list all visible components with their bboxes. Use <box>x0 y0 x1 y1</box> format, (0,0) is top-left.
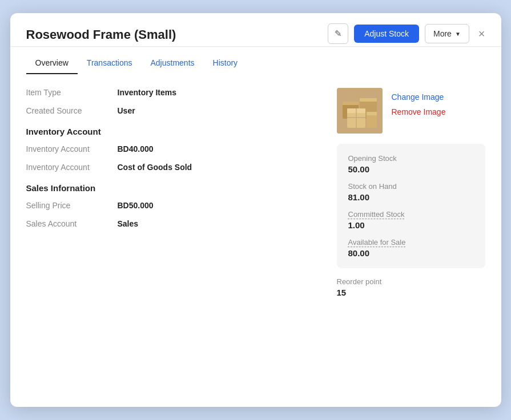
change-image-button[interactable]: Change Image <box>392 92 446 102</box>
svg-rect-9 <box>367 114 377 128</box>
stock-on-hand-item: Stock on Hand 81.00 <box>348 182 474 202</box>
tab-overview[interactable]: Overview <box>26 52 78 74</box>
item-type-value: Inventory Items <box>118 88 176 97</box>
available-for-sale-item: Available for Sale 80.00 <box>348 238 474 258</box>
item-type-label: Item Type <box>26 88 118 97</box>
created-source-row: Created Source User <box>26 106 321 115</box>
header-actions: ✎ Adjust Stock More ▼ × <box>328 23 485 44</box>
available-for-sale-value: 80.00 <box>348 248 474 258</box>
close-button[interactable]: × <box>478 28 485 39</box>
selling-price-label: Selling Price <box>26 201 118 210</box>
inventory-account-label-2: Inventory Account <box>26 163 118 172</box>
remove-image-button[interactable]: Remove Image <box>392 107 446 116</box>
stock-on-hand-label: Stock on Hand <box>348 182 474 191</box>
edit-button[interactable]: ✎ <box>328 23 348 44</box>
svg-rect-3 <box>343 102 359 105</box>
sales-account-row: Sales Account Sales <box>26 219 321 228</box>
inventory-account-value-1: BD40.000 <box>118 144 154 154</box>
committed-stock-value: 1.00 <box>348 220 474 230</box>
created-source-value: User <box>118 106 135 115</box>
adjust-stock-button[interactable]: Adjust Stock <box>354 25 419 43</box>
sales-account-value: Sales <box>118 219 139 228</box>
more-button[interactable]: More ▼ <box>425 24 469 43</box>
product-image <box>337 88 383 134</box>
right-column: Change Image Remove Image Opening Stock … <box>337 88 485 297</box>
modal-header: Rosewood Frame (Small) ✎ Adjust Stock Mo… <box>10 13 501 47</box>
modal-title: Rosewood Frame (Small) <box>26 27 328 42</box>
selling-price-value: BD50.000 <box>118 201 154 210</box>
svg-rect-10 <box>367 112 377 115</box>
reorder-point-label: Reorder point <box>337 277 485 286</box>
reorder-section: Reorder point 15 <box>337 277 485 297</box>
committed-stock-label-text: Committed Stock <box>348 210 405 219</box>
available-for-sale-label-text: Available for Sale <box>348 238 406 247</box>
opening-stock-item: Opening Stock 50.00 <box>348 154 474 174</box>
inventory-account-row-1: Inventory Account BD40.000 <box>26 144 321 154</box>
stock-card: Opening Stock 50.00 Stock on Hand 81.00 … <box>337 144 485 268</box>
inventory-account-row-2: Inventory Account Cost of Goods Sold <box>26 163 321 172</box>
opening-stock-value: 50.00 <box>348 164 474 174</box>
committed-stock-item: Committed Stock 1.00 <box>348 210 474 230</box>
sales-info-section-title: Sales Infornation <box>26 183 321 193</box>
image-section: Change Image Remove Image <box>337 88 485 134</box>
created-source-label: Created Source <box>26 106 118 115</box>
inventory-account-label-1: Inventory Account <box>26 144 118 154</box>
tab-adjustments[interactable]: Adjustments <box>141 52 203 74</box>
committed-stock-label: Committed Stock <box>348 210 474 219</box>
stock-on-hand-value: 81.00 <box>348 192 474 202</box>
sales-account-label: Sales Account <box>26 219 118 228</box>
tabs-bar: Overview Transactions Adjustments Histor… <box>10 52 501 74</box>
modal-container: Rosewood Frame (Small) ✎ Adjust Stock Mo… <box>10 13 501 407</box>
more-label: More <box>433 29 452 38</box>
opening-stock-label: Opening Stock <box>348 154 474 163</box>
tab-history[interactable]: History <box>204 52 247 74</box>
reorder-point-value: 15 <box>337 288 485 297</box>
available-for-sale-label: Available for Sale <box>348 238 474 247</box>
item-type-row: Item Type Inventory Items <box>26 88 321 97</box>
chevron-down-icon: ▼ <box>455 31 461 37</box>
inventory-account-section-title: Inventory Account <box>26 127 321 136</box>
modal-body: Item Type Inventory Items Created Source… <box>10 74 501 311</box>
tab-transactions[interactable]: Transactions <box>78 52 142 74</box>
image-actions: Change Image Remove Image <box>392 88 446 116</box>
edit-icon: ✎ <box>335 29 342 39</box>
selling-price-row: Selling Price BD50.000 <box>26 201 321 210</box>
svg-rect-4 <box>360 98 377 102</box>
inventory-account-value-2: Cost of Goods Sold <box>118 163 192 172</box>
left-column: Item Type Inventory Items Created Source… <box>26 88 321 297</box>
